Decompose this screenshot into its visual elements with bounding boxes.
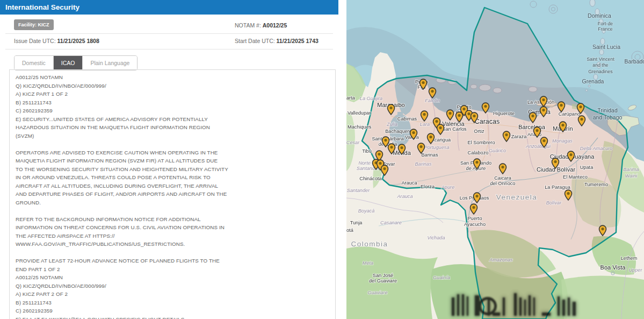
map-label: Grenadines	[588, 69, 613, 74]
map-label: Zulia	[386, 122, 397, 127]
map-label: Boa Vista	[600, 264, 626, 271]
map-label: Santander	[347, 188, 370, 193]
start-date-label: Start Date UTC:	[235, 38, 275, 44]
map-label: Zaraza	[511, 134, 527, 139]
map-label: Machiques	[348, 124, 372, 130]
map-label: Caracas	[475, 118, 500, 125]
map-label: Tunja	[350, 220, 363, 225]
map-label: Chinácota	[359, 176, 382, 181]
map-label: Colombia	[351, 240, 388, 248]
map-label: Arauca	[396, 194, 413, 199]
map-label: Boyacá	[358, 208, 375, 214]
map-label: Guaviare	[367, 290, 387, 295]
map-label: Anzoátegui	[525, 144, 551, 149]
map-label: Barinas	[415, 161, 432, 167]
map-label: Tumeremo	[584, 182, 608, 187]
map-label: Barcelona	[518, 124, 545, 130]
map-label: Delta Amacuro	[580, 146, 612, 151]
issue-date-label: Issue Date UTC:	[14, 38, 56, 44]
map-label: Apure	[441, 185, 455, 190]
map-label: Saint Lucia	[592, 44, 620, 50]
start-date: Start Date UTC: 11/21/2025 1743	[235, 38, 319, 44]
map-label: Cabimas	[397, 116, 417, 122]
map-label: Monagas	[552, 138, 573, 144]
divider	[5, 49, 333, 49]
map-label: Guárico	[489, 148, 506, 153]
map-label: Barima	[623, 167, 639, 172]
map-label: San Carlos	[442, 126, 467, 132]
format-tabs: DomesticICAOPlain Language	[14, 55, 138, 70]
map-label: Puerto	[467, 216, 482, 221]
map-label: Bolívar	[546, 200, 562, 205]
map-label: El Sombrero	[467, 140, 495, 145]
map-label: Tibú	[362, 148, 372, 154]
notam-number: NOTAM #: A0012/25	[235, 22, 287, 29]
tab-icao[interactable]: ICAO	[53, 56, 83, 70]
map-label: and the	[592, 62, 608, 68]
map-label: La Paragua	[545, 185, 570, 190]
tab-domestic[interactable]: Domestic	[15, 56, 53, 70]
notam-number-value: A0012/25	[263, 22, 287, 29]
map-label: Bachaquero	[385, 129, 412, 134]
map-label: Upata	[580, 165, 594, 170]
map-label: France	[598, 26, 612, 32]
issue-date: Issue Date UTC: 11/21/2025 1808	[14, 38, 99, 44]
map-label: arta	[346, 95, 356, 101]
notam-text: A0012/25 NOTAMN Q) KICZ/QRDLD/IV/NBO/AE/…	[16, 73, 329, 319]
map-label: Venezuela	[496, 193, 538, 201]
map-label: Calabozo	[468, 150, 489, 155]
app-window: International Security Facility: KICZ NO…	[0, 0, 644, 319]
map-label: Valledupar	[348, 110, 371, 116]
notam-panel-region: International Security Facility: KICZ NO…	[0, 0, 338, 319]
map-label: Upper	[628, 267, 642, 273]
map-label: Fort-de	[598, 21, 613, 26]
map-label: El Manteco	[563, 174, 588, 180]
map-label: and Tobago	[593, 114, 623, 120]
map-label: Vichada	[427, 235, 445, 240]
map-label: Elorza	[421, 184, 435, 189]
map-label: Trinidad	[597, 107, 618, 114]
facility-label: Facility:	[18, 22, 37, 27]
map-label: del Guaviare	[369, 278, 397, 283]
tab-plain-language[interactable]: Plain Language	[82, 56, 137, 70]
map-label: Barbados	[625, 58, 644, 65]
map-label: Portuguesa	[424, 145, 450, 150]
map-label: otá	[346, 228, 354, 233]
map-label: del Orinoco	[490, 181, 516, 186]
map[interactable]: DominicaFort-deFranceSaint LuciaSaint Vi…	[346, 0, 644, 319]
map-label: La Guajira	[360, 96, 382, 101]
map-label: Valencia	[442, 120, 465, 127]
map-label: Lethem	[621, 256, 638, 261]
map-label: San José	[373, 273, 393, 278]
map-label: Amazonas	[489, 257, 513, 263]
map-label: Lara	[420, 122, 430, 127]
divider	[5, 33, 333, 34]
notam-text-panel[interactable]: A0012/25 NOTAMN Q) KICZ/QRDLD/IV/NBO/AE/…	[9, 69, 336, 319]
map-label: Ayacucho	[464, 222, 486, 227]
map-label: Dominica	[588, 12, 611, 19]
map-label: Saint Vincent	[587, 56, 614, 62]
facility-value: KICZ	[38, 22, 49, 27]
map-label: Casanare	[380, 220, 402, 225]
map-label: Falcón	[425, 98, 440, 103]
map-label: Ortiz	[474, 129, 484, 134]
map-label: Caicara	[494, 175, 512, 181]
issue-date-value: 11/21/2025 1808	[57, 38, 99, 44]
map-label: Arauca	[401, 180, 417, 186]
notam-number-label: NOTAM #:	[235, 22, 261, 29]
map-label: Waini	[625, 173, 638, 179]
map-label: Barinas	[421, 152, 438, 158]
map-label: Guainía	[433, 275, 450, 280]
facility-badge: Facility: KICZ	[14, 19, 54, 30]
map-label: Grenada	[582, 78, 604, 84]
page-title: International Security	[0, 0, 338, 15]
map-label: Higuerote	[493, 111, 515, 116]
start-date-value: 11/21/2025 1743	[277, 38, 319, 44]
map-label: Meta	[363, 260, 373, 266]
map-label: Cesar	[346, 140, 360, 145]
map-label: Carúpano	[559, 111, 580, 117]
